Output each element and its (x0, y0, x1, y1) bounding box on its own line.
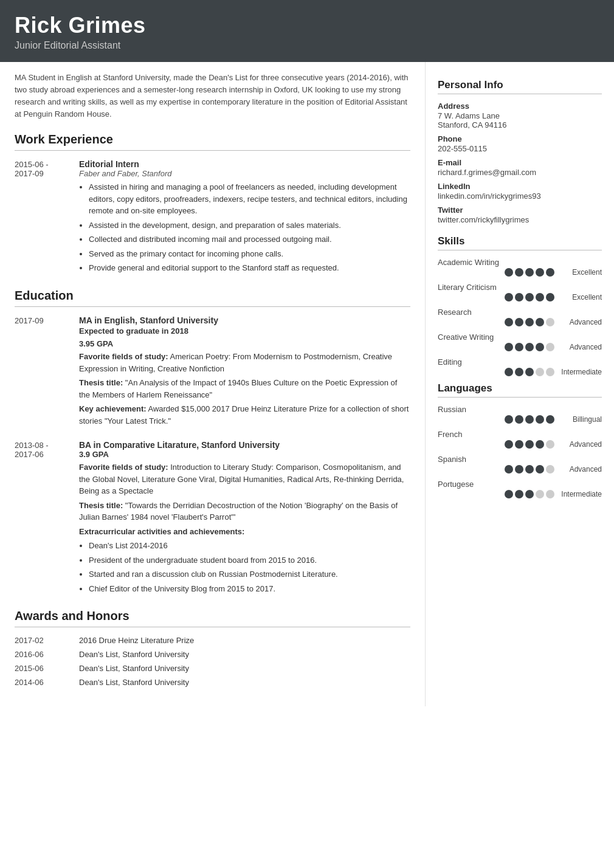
skill-dots (505, 268, 554, 277)
lang-dots (505, 490, 554, 498)
skill-name: Creative Writing (438, 332, 602, 342)
skill-dot (546, 368, 554, 376)
lang-dot (525, 490, 534, 498)
skill-dot (525, 368, 534, 376)
lang-dot (515, 415, 523, 424)
main-layout: MA Student in English at Stanford Univer… (0, 62, 614, 707)
linkedin-value: linkedin.com/in/rickygrimes93 (438, 191, 602, 201)
skill-level: Intermediate (558, 368, 602, 376)
skills-divider (438, 250, 602, 250)
skill-dots (505, 368, 554, 376)
language-row: Spanish Advanced (438, 455, 602, 474)
lang-bar: Advanced (438, 465, 602, 474)
edu-bullet: Dean's List 2014-2016 (89, 540, 410, 552)
edu-title: BA in Comparative Litarature, Stanford U… (79, 440, 410, 450)
right-column: Personal Info Address 7 W. Adams LaneSta… (426, 62, 614, 519)
skill-dot (505, 343, 513, 351)
edu-gpa: 3.9 GPA (79, 450, 410, 459)
skill-dot (525, 293, 534, 301)
lang-dot (515, 490, 523, 498)
skill-bar: Advanced (438, 343, 602, 351)
edu-entry: 2017-09 MA in English, Stanford Universi… (15, 315, 410, 430)
skill-dot (515, 318, 523, 326)
lang-dot (515, 440, 523, 449)
personal-info-title: Personal Info (438, 79, 602, 91)
lang-dot (536, 490, 544, 498)
work-experience-section-title: Work Experience (15, 133, 410, 146)
skill-dot (536, 368, 544, 376)
skill-level: Excellent (558, 293, 602, 301)
edu-gpa: 3.95 GPA (79, 339, 410, 348)
skill-bar: Excellent (438, 293, 602, 301)
skill-dot (505, 368, 513, 376)
lang-dot (515, 465, 523, 474)
skill-dots (505, 293, 554, 301)
skill-dot (536, 268, 544, 277)
award-date: 2014-06 (15, 678, 69, 687)
skills-title: Skills (438, 235, 602, 247)
edu-bullet: Chief Editor of the University Blog from… (89, 583, 410, 595)
award-name: Dean's List, Stanford University (79, 650, 189, 659)
skill-dot (536, 343, 544, 351)
work-divider (15, 150, 410, 151)
education-section-title: Education (15, 289, 410, 303)
lang-dots (505, 465, 554, 474)
awards-section-title: Awards and Honors (15, 609, 410, 623)
skill-dot (515, 268, 523, 277)
skill-name: Research (438, 308, 602, 317)
award-entry: 2015-06 Dean's List, Stanford University (15, 664, 410, 673)
edu-content: MA in English, Stanford University Expec… (79, 315, 410, 430)
lang-dots (505, 415, 554, 424)
work-bullet: Served as the primary contact for incomi… (89, 248, 410, 260)
edu-detail: Favorite fields of study: Introduction t… (79, 461, 410, 497)
skill-dot (536, 318, 544, 326)
skill-dot (525, 343, 534, 351)
languages-title: Languages (438, 382, 602, 394)
awards-list: 2017-02 2016 Drue Heinz Literature Prize… (15, 636, 410, 687)
address-label: Address (438, 102, 602, 111)
edu-expected: Expected to graduate in 2018 (79, 325, 410, 337)
language-name: Portugese (438, 480, 602, 489)
skill-dot (546, 343, 554, 351)
lang-dot (536, 415, 544, 424)
work-content: Editorial Intern Faber and Faber, Stanfo… (79, 159, 410, 277)
skill-name: Academic Writing (438, 258, 602, 267)
awards-divider (15, 627, 410, 627)
skill-dots (505, 343, 554, 351)
edu-bullets: Dean's List 2014-2016President of the un… (79, 540, 410, 594)
edu-detail: Thesis title: "Towards the Derridian Dec… (79, 500, 410, 523)
work-bullet: Assisted in the development, design, and… (89, 219, 410, 232)
edu-title: MA in English, Stanford University (79, 315, 410, 325)
skill-dot (515, 343, 523, 351)
skill-bar: Advanced (438, 318, 602, 326)
skill-name: Editing (438, 357, 602, 367)
twitter-value: twitter.com/rickyfillygrimes (438, 215, 602, 224)
edu-content: BA in Comparative Litarature, Stanford U… (79, 440, 410, 597)
skills-list: Academic Writing Excellent Literary Crit… (438, 258, 602, 376)
skill-dot (546, 293, 554, 301)
skill-row: Creative Writing Advanced (438, 332, 602, 351)
edu-date: 2017-09 (15, 315, 69, 430)
award-name: Dean's List, Stanford University (79, 664, 189, 673)
email-label: E-mail (438, 158, 602, 167)
languages-list: Russian Billingual French Advanced Spani… (438, 405, 602, 498)
lang-dot (505, 415, 513, 424)
edu-bullet: President of the undergraduate student b… (89, 554, 410, 567)
lang-bar: Billingual (438, 415, 602, 424)
award-date: 2015-06 (15, 664, 69, 673)
lang-dot (546, 490, 554, 498)
twitter-label: Twitter (438, 205, 602, 215)
award-date: 2017-02 (15, 636, 69, 645)
candidate-subtitle: Junior Editorial Assistant (15, 40, 599, 51)
work-title: Editorial Intern (79, 159, 410, 169)
lang-dot (546, 415, 554, 424)
education-divider (15, 306, 410, 307)
address-value: 7 W. Adams LaneStanford, CA 94116 (438, 111, 602, 129)
summary: MA Student in English at Stanford Univer… (15, 72, 410, 121)
skill-dot (525, 318, 534, 326)
language-name: Russian (438, 405, 602, 414)
education-list: 2017-09 MA in English, Stanford Universi… (15, 315, 410, 598)
work-date: 2015-06 -2017-09 (15, 159, 69, 277)
language-name: Spanish (438, 455, 602, 464)
award-date: 2016-06 (15, 650, 69, 659)
